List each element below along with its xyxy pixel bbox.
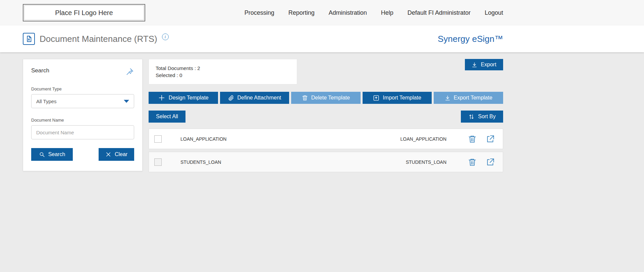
brand-logo-text: Synergy eSign™ [438, 34, 503, 44]
nav-item-administration[interactable]: Administration [329, 9, 367, 16]
document-type-select[interactable]: All Types [31, 94, 134, 108]
nav-item-help[interactable]: Help [381, 9, 393, 16]
export-button-label: Export [481, 62, 496, 68]
search-button-label: Search [48, 151, 65, 157]
select-all-label: Select All [156, 114, 178, 120]
export-template-label: Export Template [454, 95, 492, 101]
sort-by-button[interactable]: Sort By [461, 111, 503, 123]
document-template-name: LOAN_APPLICATION [400, 136, 446, 142]
content-area: Total Documents : 2 Selected : 0 Export … [149, 59, 503, 175]
download-icon [472, 62, 477, 68]
open-template-button[interactable] [486, 158, 495, 166]
clear-button-label: Clear [115, 151, 127, 157]
open-template-button[interactable] [486, 135, 495, 143]
fi-logo-text: Place FI Logo Here [55, 9, 113, 17]
pin-icon[interactable] [125, 67, 134, 77]
search-panel-title: Search [31, 67, 49, 74]
sort-by-label: Sort By [478, 114, 495, 120]
close-icon [105, 151, 111, 157]
table-row: STUDENTS_LOAN STUDENTS_LOAN [149, 152, 503, 172]
document-name: STUDENTS_LOAN [180, 159, 406, 165]
download-icon [445, 95, 450, 101]
page-header: Document Maintenance (RTS) i Synergy eSi… [0, 25, 644, 52]
trash-icon [468, 135, 477, 143]
clear-button[interactable]: Clear [99, 148, 134, 161]
design-template-label: Design Template [169, 95, 209, 101]
delete-template-label: Delete Template [311, 95, 350, 101]
nav-item-processing[interactable]: Processing [245, 9, 274, 16]
nav-item-reporting[interactable]: Reporting [288, 9, 315, 16]
top-navigation: Processing Reporting Administration Help… [245, 9, 503, 16]
design-template-button[interactable]: Design Template [149, 92, 218, 104]
paperclip-icon [228, 95, 234, 101]
open-external-icon [486, 135, 495, 143]
nav-item-logout[interactable]: Logout [485, 9, 503, 16]
document-name-input[interactable] [31, 125, 134, 139]
nav-item-default-fi-administrator[interactable]: Default FI Administrator [408, 9, 471, 16]
document-type-label: Document Type [31, 86, 134, 91]
row-checkbox[interactable] [154, 158, 162, 166]
delete-row-button[interactable] [468, 135, 477, 143]
define-attachment-label: Define Attachment [237, 95, 281, 101]
selected-count: Selected : 0 [156, 72, 290, 78]
open-external-icon [486, 158, 495, 166]
document-name: LOAN_APPLICATION [180, 136, 400, 142]
trash-icon [302, 95, 308, 101]
document-template-name: STUDENTS_LOAN [406, 159, 446, 165]
delete-row-button[interactable] [468, 158, 477, 166]
document-icon [23, 33, 35, 45]
info-icon[interactable]: i [162, 33, 169, 40]
chevron-down-icon [124, 100, 129, 103]
top-bar: Place FI Logo Here Processing Reporting … [0, 0, 644, 25]
table-row: LOAN_APPLICATION LOAN_APPLICATION [149, 129, 503, 149]
select-all-button[interactable]: Select All [149, 111, 185, 123]
trash-icon [468, 158, 477, 166]
export-button[interactable]: Export [465, 59, 503, 70]
document-name-label: Document Name [31, 118, 134, 123]
document-list: LOAN_APPLICATION LOAN_APPLICATION [149, 129, 503, 172]
template-toolbar: Design Template Define Attachment Delete… [149, 92, 503, 104]
search-panel: Search Document Type All Types Document … [23, 59, 143, 171]
import-template-button[interactable]: Import Template [363, 92, 432, 104]
total-documents-count: Total Documents : 2 [156, 65, 290, 71]
upload-icon [373, 95, 379, 101]
delete-template-button[interactable]: Delete Template [291, 92, 361, 104]
documents-summary: Total Documents : 2 Selected : 0 [149, 59, 297, 84]
document-type-selected-value: All Types [36, 98, 57, 104]
search-button[interactable]: Search [31, 148, 73, 161]
row-checkbox[interactable] [154, 135, 162, 143]
search-icon [39, 151, 45, 157]
page-title: Document Maintenance (RTS) [40, 34, 157, 44]
fi-logo-placeholder: Place FI Logo Here [23, 4, 145, 21]
export-template-button[interactable]: Export Template [434, 92, 503, 104]
sort-arrows-icon [468, 114, 475, 120]
define-attachment-button[interactable]: Define Attachment [220, 92, 289, 104]
import-template-label: Import Template [383, 95, 421, 101]
plus-icon [158, 94, 165, 101]
